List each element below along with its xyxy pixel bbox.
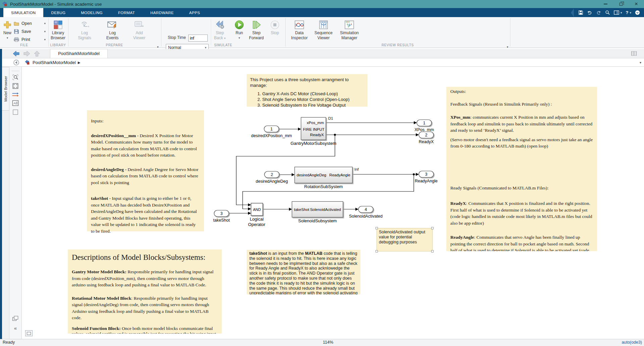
breadcrumb-chevron-icon[interactable]: ▶ — [78, 61, 81, 64]
layout-caret-icon[interactable]: ▾ — [621, 11, 622, 14]
svg-text:FIRE INPUT: FIRE INPUT — [303, 127, 325, 131]
collapse-palette-icon[interactable]: « — [14, 325, 17, 331]
breadcrumb-bar: PoolSharkMotorModel ▶ ▾ — [2, 58, 644, 67]
svg-text:2: 2 — [425, 133, 428, 137]
up-icon[interactable] — [34, 50, 40, 57]
new-caret-icon[interactable]: ▾ — [1, 36, 13, 41]
new-label: New — [1, 31, 13, 36]
undo-icon[interactable] — [587, 10, 592, 15]
fit-to-view-icon[interactable] — [12, 83, 19, 89]
status-zoom-level[interactable]: 114% — [323, 340, 333, 345]
data-inspector-button[interactable]: Data Inspector — [288, 18, 310, 44]
new-button[interactable]: New ▾ — [1, 18, 13, 44]
inport-1-desiredxposition[interactable]: 1 desiredXPosition_mm — [251, 126, 292, 138]
branch-dot-readyangle — [413, 173, 415, 175]
log-signals-button[interactable]: Log Signals — [73, 18, 96, 44]
add-viewer-button[interactable]: Add Viewer — [128, 18, 150, 44]
restore-button[interactable] — [613, 0, 629, 8]
zoom-icon[interactable] — [12, 74, 19, 80]
forward-icon[interactable] — [23, 50, 31, 57]
minimize-button[interactable] — [598, 0, 613, 8]
help-caret-icon[interactable]: ▾ — [630, 11, 631, 14]
help-icon[interactable]: ? — [626, 10, 629, 15]
open-button[interactable]: Open ▾ — [13, 20, 47, 27]
toolstrip-overflow-caret-icon[interactable]: ▾ — [507, 45, 508, 49]
redo-icon[interactable] — [596, 10, 601, 15]
gantry-motor-subsystem-block[interactable]: xPos_mm FIRE INPUT ReadyX GantryMotorSub… — [291, 117, 337, 146]
tab-debug[interactable]: DEBUG — [43, 8, 73, 17]
svg-text:SolenoidActivated: SolenoidActivated — [310, 208, 341, 212]
svg-text:3: 3 — [220, 211, 223, 216]
svg-text:3: 3 — [425, 172, 428, 177]
inport-2-desiredangledeg[interactable]: 2 desiredAngleDeg — [256, 171, 288, 184]
rotation-subsystem-block[interactable]: desiredAngleDeg ReadyAngle RotationSubSy… — [295, 167, 352, 189]
library-browser-button[interactable]: Library Browser — [47, 18, 69, 44]
outport-1-xpos[interactable]: 1 XPos_mm — [414, 120, 434, 132]
viewmarks-icon[interactable] — [12, 316, 19, 322]
model-canvas[interactable]: This Project uses a three subsystem arra… — [22, 67, 644, 339]
canvas-palette: A « — [9, 67, 22, 339]
log-events-icon — [101, 19, 123, 31]
stop-time-input[interactable] — [188, 35, 208, 42]
tab-modeling[interactable]: MODELING — [73, 8, 110, 17]
layout-icon[interactable] — [614, 10, 619, 15]
status-solver[interactable]: auto(ode3) — [622, 340, 642, 345]
status-bar: Ready 114% auto(ode3) — [0, 339, 644, 346]
svg-text:Logical: Logical — [250, 217, 263, 222]
outport-4-solenoidactivated[interactable]: 4 SolenoidActivated — [349, 206, 383, 219]
outport-2-readyx[interactable]: 2 ReadyX — [419, 132, 434, 144]
title-bar: PoolSharkMotorModel - Simulink academic … — [0, 0, 644, 8]
svg-text:xPos_mm: xPos_mm — [307, 121, 324, 125]
open-label: Open — [21, 21, 44, 26]
tab-simulation[interactable]: SIMULATION — [3, 8, 43, 17]
model-browser-tab[interactable]: Model Browser — [2, 67, 9, 111]
tab-apps[interactable]: APPS — [182, 8, 208, 17]
logical-operator-block[interactable]: AND Logical Operator — [248, 203, 265, 227]
data-inspector-label-1: Data — [288, 31, 310, 36]
document-tab-bar: PoolSharkMotorModel — [2, 49, 644, 58]
solenoid-subsystem-block[interactable]: takeShot SolenoidActivated SolenoidSubsy… — [292, 201, 343, 223]
svg-text:ReadyX: ReadyX — [310, 133, 324, 137]
minimize-toolstrip-icon[interactable] — [635, 10, 640, 15]
svg-text:1: 1 — [270, 127, 273, 131]
model-tab-label: PoolSharkMotorModel — [58, 51, 100, 56]
tab-format[interactable]: FORMAT — [110, 8, 143, 17]
step-back-button[interactable]: Step Back ▾ — [209, 18, 231, 44]
area-box-icon[interactable] — [13, 109, 18, 115]
save-caret-icon[interactable]: ▾ — [44, 30, 46, 33]
quickbar-edge — [571, 8, 574, 17]
log-events-button[interactable]: Log Events — [101, 18, 123, 44]
log-signals-icon — [73, 19, 96, 31]
save-icon[interactable] — [578, 10, 583, 15]
stop-label: Stop — [264, 31, 286, 36]
model-tab[interactable]: PoolSharkMotorModel — [50, 49, 108, 58]
open-caret-icon[interactable]: ▾ — [44, 22, 46, 25]
annotation-tool-icon[interactable]: A — [12, 100, 19, 106]
close-button[interactable]: × — [629, 0, 644, 8]
print-caret-icon[interactable]: ▾ — [44, 38, 46, 41]
svg-text:ReadyAngle: ReadyAngle — [329, 173, 350, 177]
signal-lines-icon[interactable] — [12, 92, 19, 98]
prepare-gallery-caret-icon[interactable]: ▾ — [157, 45, 159, 49]
svg-text:Operator: Operator — [248, 222, 265, 227]
breadcrumb-path[interactable]: PoolSharkMotorModel — [33, 60, 76, 65]
sequence-viewer-label-2: Viewer — [312, 36, 335, 41]
inport-3-takeshot[interactable]: 3 takeShot — [213, 210, 230, 223]
search-icon[interactable] — [605, 10, 610, 15]
simulation-manager-button[interactable]: Simulation Manager — [338, 18, 360, 44]
print-button[interactable]: Print ▾ — [13, 36, 47, 43]
save-button[interactable]: Save ▾ — [13, 28, 47, 35]
outport-3-readyangle[interactable]: 3 ReadyAngle — [415, 171, 438, 183]
viewmark-corner-button[interactable] — [25, 330, 33, 336]
log-events-label-2: Events — [101, 36, 123, 41]
tab-hardware[interactable]: HARDWARE — [143, 8, 182, 17]
breadcrumb-dropdown-caret-icon[interactable]: ▾ — [640, 61, 641, 64]
stop-button[interactable]: Stop — [264, 18, 286, 44]
status-ready: Ready — [3, 340, 15, 345]
viewmark-corner-icon — [27, 332, 31, 335]
sequence-viewer-button[interactable]: Sequence Viewer — [312, 18, 335, 44]
property-inspector-icon[interactable] — [631, 51, 637, 56]
hide-model-browser-icon[interactable] — [13, 60, 19, 65]
back-icon[interactable] — [12, 50, 20, 57]
stop-icon — [264, 19, 286, 31]
